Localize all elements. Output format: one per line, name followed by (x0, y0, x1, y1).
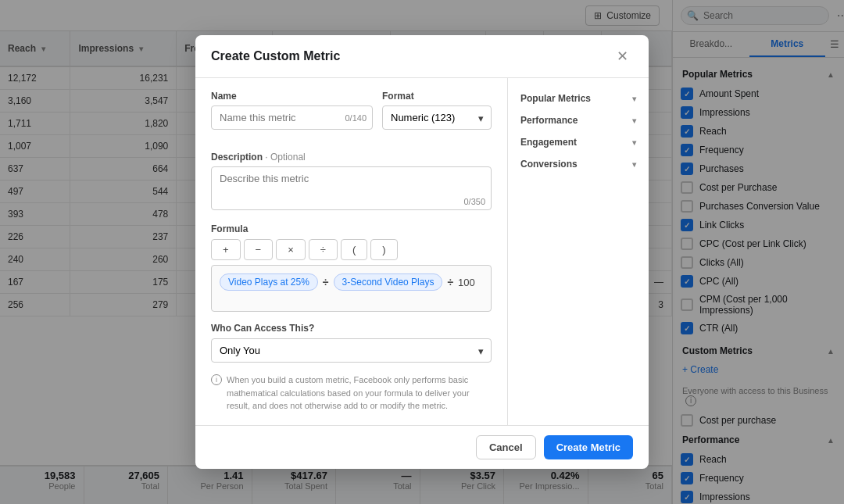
modal-title: Create Custom Metric (211, 49, 340, 63)
create-metric-button-primary[interactable]: Create Metric (544, 435, 633, 459)
description-textarea-wrap: 0/350 (211, 166, 492, 213)
info-note: i When you build a custom metric, Facebo… (211, 374, 492, 413)
formula-btn-open-paren[interactable]: ( (341, 239, 367, 260)
expand-icon-engagement: ▾ (632, 138, 636, 147)
formula-token-3sec-video-plays: 3-Second Video Plays (334, 273, 443, 291)
app-container: ⊞ Customize Reach ▾ Impressions ▾ (0, 0, 844, 504)
description-group: Description · Optional 0/350 (211, 152, 492, 213)
modal-metric-conversions[interactable]: Conversions ▾ (508, 153, 649, 175)
modal-overlay[interactable]: Create Custom Metric ✕ Name 0/140 (0, 0, 844, 504)
modal-metric-popular[interactable]: Popular Metrics ▾ (508, 88, 649, 109)
access-section: Who Can Access This? Only You Everyone w… (211, 323, 492, 363)
formula-tokens: Video Plays at 25% ÷ 3-Second Video Play… (220, 273, 483, 291)
formula-btn-minus[interactable]: − (244, 239, 274, 260)
access-select-wrap: Only You Everyone with access to this Bu… (211, 338, 492, 363)
name-group: Name 0/140 (211, 91, 373, 130)
name-format-row: Name 0/140 Format Numeric (123) (211, 91, 492, 141)
formula-section: Formula + − × ÷ ( ) Video Plays at 25% (211, 223, 492, 312)
modal-body: Name 0/140 Format Numeric (123) (195, 78, 649, 425)
expand-icon-conversions: ▾ (632, 160, 636, 169)
expand-icon-popular: ▾ (632, 95, 636, 103)
info-icon-modal: i (211, 374, 222, 385)
access-select[interactable]: Only You Everyone with access to this Bu… (211, 338, 492, 363)
format-label: Format (382, 91, 492, 102)
modal-close-button[interactable]: ✕ (612, 48, 633, 65)
formula-num-100: 100 (458, 277, 475, 288)
modal-form: Name 0/140 Format Numeric (123) (195, 78, 508, 425)
formula-btn-multiply[interactable]: × (276, 239, 306, 260)
formula-btn-divide[interactable]: ÷ (309, 239, 338, 260)
expand-icon-performance: ▾ (632, 116, 636, 125)
modal-footer: Cancel Create Metric (195, 425, 649, 469)
description-input[interactable] (211, 166, 492, 210)
modal-header: Create Custom Metric ✕ (195, 35, 649, 78)
formula-op-1: ÷ (323, 276, 329, 288)
formula-area[interactable]: Video Plays at 25% ÷ 3-Second Video Play… (211, 265, 492, 312)
modal-metrics-list: Popular Metrics ▾ Performance ▾ Engageme… (508, 78, 649, 425)
description-char-count: 0/350 (463, 197, 485, 206)
formula-btn-plus[interactable]: + (211, 239, 241, 260)
formula-label: Formula (211, 223, 492, 234)
cancel-button[interactable]: Cancel (476, 435, 536, 459)
modal-metric-performance[interactable]: Performance ▾ (508, 109, 649, 131)
modal-metric-engagement[interactable]: Engagement ▾ (508, 131, 649, 153)
access-label: Who Can Access This? (211, 323, 492, 334)
formula-op-2: ÷ (447, 276, 453, 288)
name-label: Name (211, 91, 373, 102)
format-select[interactable]: Numeric (123) Percentage (%) Currency ($… (382, 105, 492, 130)
create-metric-modal: Create Custom Metric ✕ Name 0/140 (195, 35, 649, 469)
format-group: Format Numeric (123) Percentage (%) Curr… (382, 91, 492, 130)
name-input-wrap: 0/140 (211, 105, 373, 130)
name-char-count: 0/140 (345, 113, 367, 123)
formula-buttons: + − × ÷ ( ) (211, 239, 492, 260)
formula-token-video-plays-25: Video Plays at 25% (220, 273, 318, 291)
format-select-wrap: Numeric (123) Percentage (%) Currency ($… (382, 105, 492, 130)
description-label: Description · Optional (211, 152, 492, 163)
formula-btn-close-paren[interactable]: ) (370, 239, 397, 260)
